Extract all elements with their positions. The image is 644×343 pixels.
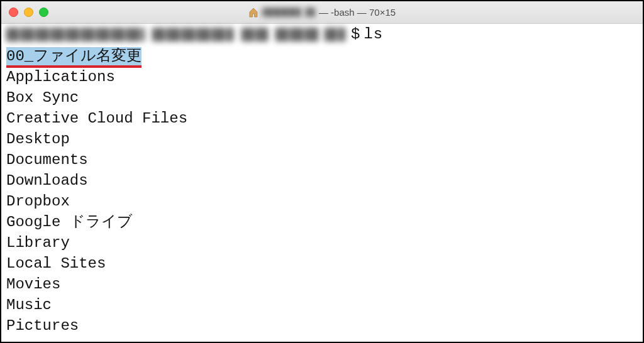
list-item: Google ドライブ [6,212,460,232]
redacted-text [242,28,268,41]
redacted-text [6,28,145,41]
prompt-sign: $ [351,24,360,45]
list-item-highlighted: 00_ファイル名変更 [6,46,460,67]
zoom-window-button[interactable] [39,8,48,17]
list-item: Dropbox [6,191,460,212]
traffic-lights [9,8,48,17]
redacted-text [152,28,234,41]
list-item: Documents [6,150,460,170]
list-item: Music [6,295,460,315]
redacted-text [325,28,346,41]
title-suffix: — -bash — 70×15 [319,7,396,18]
list-item: Box Sync [6,87,460,108]
home-icon [248,8,258,18]
ls-output: 00_ファイル名変更 Applications Box Sync Creativ… [1,45,460,336]
terminal-body[interactable]: $ ls 00_ファイル名変更 Applications Box Sync Cr… [1,24,643,342]
redacted-text [305,8,315,17]
command-text: ls [364,24,383,45]
redacted-text [275,28,319,41]
window-title: — -bash — 70×15 [248,7,396,18]
list-item: Applications [6,67,460,87]
list-item: Local Sites [6,253,460,274]
list-item: Pictures [6,315,460,336]
prompt-line: $ ls [1,24,643,45]
redacted-text [262,8,301,17]
list-item: Library [6,232,460,253]
highlighted-entry: 00_ファイル名変更 [6,47,142,68]
list-item: Creative Cloud Files [6,108,460,129]
close-window-button[interactable] [9,8,18,17]
list-item: Desktop [6,129,460,150]
list-item: Downloads [6,170,460,191]
window-titlebar: — -bash — 70×15 [1,1,643,24]
minimize-window-button[interactable] [24,8,33,17]
list-item: Movies [6,274,460,295]
